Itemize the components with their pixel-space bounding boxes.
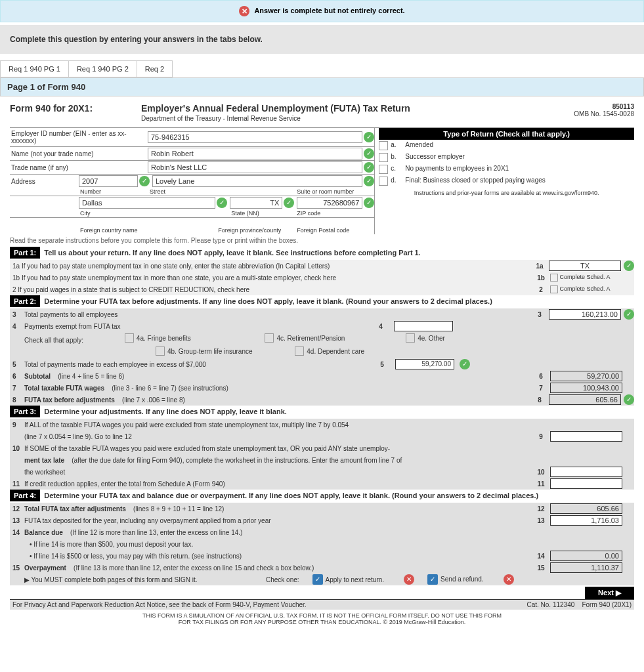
check-icon: ✓ [624, 261, 634, 271]
line-5-input[interactable]: 59,270.00 [395, 359, 454, 369]
line-1b-desc: 1b If you had to pay state unemployment … [10, 274, 532, 282]
checkbox-4d[interactable] [295, 346, 304, 356]
suite-label: Suite or room number [295, 188, 374, 195]
next-button[interactable]: Next ▶ [585, 587, 634, 599]
checkbox-apply[interactable]: ✓ [312, 574, 323, 585]
line-1a-desc: 1a If you had to pay state unemployment … [10, 262, 530, 270]
part1-desc: Tell us about your return. If any line d… [40, 247, 634, 259]
city-label: City [79, 210, 230, 217]
checkbox-4b[interactable] [156, 346, 165, 356]
checkbox-b[interactable] [379, 153, 388, 162]
check-icon: ✓ [460, 359, 470, 369]
line-9-input[interactable] [550, 431, 622, 442]
check-icon: ✓ [284, 198, 294, 208]
part4-label: Part 4: [10, 490, 40, 501]
trade-label: Trade name (if any) [10, 163, 148, 173]
part2-desc: Determine your FUTA tax before adjustmen… [40, 295, 634, 307]
check-icon: ✓ [364, 176, 374, 186]
addr-number-input[interactable]: 2007 [79, 175, 138, 187]
employer-info: Employer ID number (EIN - enter as xx-xx… [10, 127, 634, 234]
check-icon: ✓ [364, 132, 374, 142]
line-6-val: 59,270.00 [550, 371, 622, 381]
part2-label: Part 2: [10, 295, 40, 307]
tabs: Req 1 940 PG 1 Req 1 940 PG 2 Req 2 [0, 60, 644, 77]
line-2-desc: 2 If you paid wages in a state that is s… [10, 285, 532, 294]
alert-bar: ✕ Answer is complete but not entirely co… [0, 0, 644, 22]
addr-street-input[interactable]: Lovely Lane [152, 175, 362, 187]
state-label: State (NN) [230, 210, 295, 217]
foreign-postal-label: Foreign Postal code [295, 227, 374, 234]
form-header: Form 940 for 20X1: Employer's Annual Fed… [10, 103, 634, 122]
line-12-val: 605.66 [550, 503, 622, 514]
line-8-val: 605.66 [549, 394, 621, 405]
error-icon: ✕ [239, 6, 249, 16]
checkbox-4e[interactable] [406, 333, 415, 343]
checkbox-a[interactable] [379, 141, 388, 150]
checkbox-c[interactable] [379, 165, 388, 174]
type-return-header: Type of Return (Check all that apply.) [379, 128, 634, 140]
check-icon: ✓ [139, 176, 150, 186]
form-area: Form 940 for 20X1: Employer's Annual Fed… [0, 96, 644, 635]
part3-desc: Determine your adjustments. If any line … [40, 406, 634, 417]
check-icon: ✓ [624, 309, 634, 320]
line-13-input[interactable]: 1,716.03 [550, 515, 622, 526]
street-label: Street [148, 188, 295, 195]
alert-text: Answer is complete but not entirely corr… [254, 7, 404, 14]
checkbox-2[interactable] [550, 285, 558, 293]
check-icon: ✓ [364, 198, 374, 208]
address-label: Address [10, 177, 79, 186]
name-input[interactable]: Robin Robert [148, 148, 362, 159]
part4-desc: Determine your FUTA tax and balance due … [40, 490, 634, 501]
line-3-input[interactable]: 160,213.00 [549, 309, 621, 320]
number-label: Number [79, 188, 148, 195]
foreign-prov-label: Foreign province/county [217, 227, 295, 234]
state-input[interactable]: TX [230, 197, 282, 209]
form-omb: OMB No. 1545-0028 [574, 110, 634, 117]
privacy-notice: For Privacy Act and Paperwork Reduction … [12, 601, 307, 608]
name-label: Name (not your trade name) [10, 149, 148, 159]
disclaimer: THIS FORM IS A SIMULATION OF AN OFFICIAL… [10, 610, 634, 628]
line-14-val: 0.00 [550, 551, 622, 561]
checkbox-4c[interactable] [265, 333, 274, 343]
foreign-country-label: Foreign country name [79, 227, 217, 234]
trade-input[interactable]: Robin's Nest LLC [148, 161, 362, 173]
form-dept: Department of the Treasury - Internal Re… [141, 115, 574, 122]
tab-req1-pg1[interactable]: Req 1 940 PG 1 [0, 60, 69, 77]
line-7-val: 100,943.00 [550, 383, 622, 393]
page-title: Page 1 of Form 940 [0, 77, 644, 96]
instruction-text: Complete this question by entering your … [10, 35, 263, 44]
zip-input[interactable]: 752680967 [297, 197, 362, 209]
checkbox-1b[interactable] [550, 274, 558, 282]
checkbox-refund[interactable]: ✓ [427, 574, 438, 585]
form-number: 850113 [612, 103, 634, 110]
ein-input[interactable]: 75-9462315 [148, 131, 362, 143]
error-icon: ✕ [404, 574, 414, 585]
tab-req1-pg2[interactable]: Req 1 940 PG 2 [68, 60, 137, 77]
check-icon: ✓ [364, 162, 374, 173]
checkbox-d[interactable] [379, 177, 388, 186]
line-11-input[interactable] [550, 478, 622, 489]
instruction-box: Complete this question by entering your … [0, 25, 644, 54]
read-separate: Read the separate instructions before yo… [10, 237, 634, 244]
line-4-input[interactable] [394, 321, 453, 331]
city-input[interactable]: Dallas [79, 197, 215, 209]
tab-req2[interactable]: Req 2 [137, 60, 173, 77]
form-title-prefix: Form 940 for 20X1: [10, 103, 93, 114]
form-title-main: Employer's Annual Federal Unemployment (… [141, 103, 410, 114]
error-icon: ✕ [504, 574, 514, 585]
zip-label: ZIP code [295, 210, 374, 217]
check-icon: ✓ [624, 394, 634, 405]
check-icon: ✓ [364, 148, 374, 159]
part3-label: Part 3: [10, 406, 40, 417]
ein-label: Employer ID number (EIN - enter as xx-xx… [10, 129, 148, 146]
checkbox-4a[interactable] [125, 333, 134, 343]
instructions-avail: Instructions and prior-year forms are av… [379, 187, 634, 199]
line-1a-input[interactable]: TX [549, 261, 621, 271]
check-icon: ✓ [217, 198, 227, 208]
part1-label: Part 1: [10, 247, 40, 259]
line-10-input[interactable] [550, 467, 622, 477]
line-15-val: 1,110.37 [550, 562, 622, 573]
